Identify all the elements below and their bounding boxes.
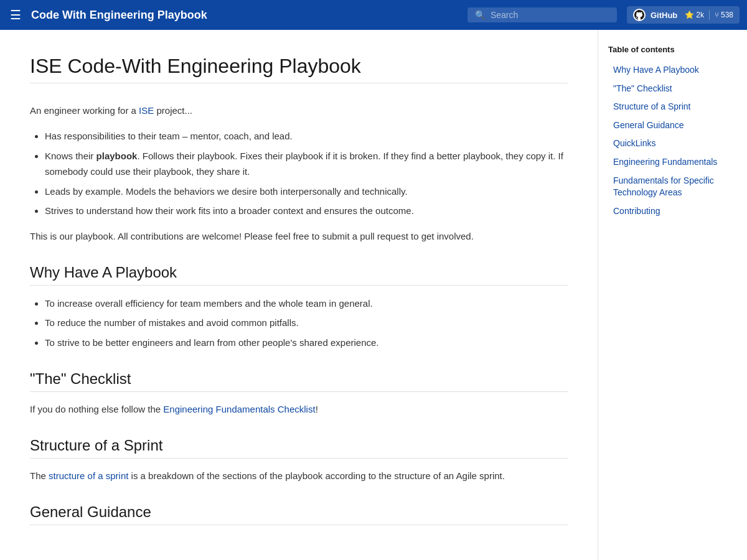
why-item-3: To strive to be better engineers and lea… xyxy=(45,335,568,351)
guidance-heading: General Guidance xyxy=(30,503,568,525)
hamburger-icon: ☰ xyxy=(10,7,21,22)
intro-paragraph: An engineer working for a ISE project... xyxy=(30,103,568,118)
github-logo-icon xyxy=(633,9,646,21)
intro-text-rest: project... xyxy=(154,105,192,116)
github-forks: ⑂ 538 xyxy=(715,11,733,19)
sprint-text-pre: The xyxy=(30,470,49,481)
menu-button[interactable]: ☰ xyxy=(7,5,24,25)
intro-list: Has responsibilities to their team – men… xyxy=(45,128,568,219)
why-list: To increase overall efficiency for team … xyxy=(45,296,568,351)
sprint-text-post: is a breakdown of the sections of the pl… xyxy=(128,470,505,481)
fork-count: 538 xyxy=(721,11,733,19)
github-stars: ⭐ 2k xyxy=(685,11,704,19)
sprint-link[interactable]: structure of a sprint xyxy=(49,470,128,481)
site-title[interactable]: Code With Engineering Playbook xyxy=(31,9,467,22)
github-divider xyxy=(709,10,710,20)
checklist-link[interactable]: Engineering Fundamentals Checklist xyxy=(163,404,315,414)
checklist-text-pre: If you do nothing else follow the xyxy=(30,404,163,414)
toc-title: Table of contents xyxy=(608,45,737,54)
bullet2-bold: playbook xyxy=(96,151,138,161)
sprint-paragraph: The structure of a sprint is a breakdown… xyxy=(30,469,568,483)
toc-link-0[interactable]: Why Have A Playbook xyxy=(608,62,737,79)
toc-link-3[interactable]: General Guidance xyxy=(608,117,737,134)
star-icon: ⭐ xyxy=(685,11,694,19)
list-item-3: Leads by example. Models the behaviors w… xyxy=(45,184,568,200)
ise-link[interactable]: ISE xyxy=(139,105,154,116)
main-content: ISE Code-With Engineering Playbook An en… xyxy=(0,30,598,560)
toc-item: "The" Checklist xyxy=(608,80,737,98)
star-count: 2k xyxy=(696,11,704,19)
sprint-heading: Structure of a Sprint xyxy=(30,437,568,459)
checklist-text-post: ! xyxy=(316,404,318,414)
fork-icon: ⑂ xyxy=(715,11,719,19)
toc-item: Engineering Fundamentals xyxy=(608,154,737,171)
toc-item: General Guidance xyxy=(608,117,737,134)
list-item-1: Has responsibilities to their team – men… xyxy=(45,128,568,144)
toc-link-5[interactable]: Engineering Fundamentals xyxy=(608,154,737,171)
page-wrapper: ISE Code-With Engineering Playbook An en… xyxy=(0,30,747,560)
list-item-2: Knows their playbook. Follows their play… xyxy=(45,148,568,180)
toc-list: Why Have A Playbook"The" ChecklistStruct… xyxy=(608,62,737,220)
github-label: GitHub xyxy=(651,11,677,20)
toc-link-7[interactable]: Contributing xyxy=(608,203,737,220)
page-title: ISE Code-With Engineering Playbook xyxy=(30,55,568,83)
search-icon: 🔍 xyxy=(475,10,486,20)
toc-item: QuickLinks xyxy=(608,135,737,152)
toc-item: Fundamentals for Specific Technology Are… xyxy=(608,172,737,202)
github-button[interactable]: GitHub ⭐ 2k ⑂ 538 xyxy=(627,6,740,24)
checklist-paragraph: If you do nothing else follow the Engine… xyxy=(30,402,568,417)
why-heading: Why Have A Playbook xyxy=(30,264,568,286)
closing-paragraph: This is our playbook. All contributions … xyxy=(30,229,568,244)
toc-link-1[interactable]: "The" Checklist xyxy=(608,80,737,98)
checklist-heading: "The" Checklist xyxy=(30,370,568,392)
toc-item: Why Have A Playbook xyxy=(608,62,737,79)
bullet2-pre: Knows their xyxy=(45,151,96,161)
intro-text-pre: An engineer working for a xyxy=(30,105,139,116)
toc-link-2[interactable]: Structure of a Sprint xyxy=(608,98,737,116)
list-item-4: Strives to understand how their work fit… xyxy=(45,203,568,219)
why-item-1: To increase overall efficiency for team … xyxy=(45,296,568,312)
toc-link-4[interactable]: QuickLinks xyxy=(608,135,737,152)
why-item-2: To reduce the number of mistakes and avo… xyxy=(45,315,568,331)
search-box: 🔍 xyxy=(467,7,617,22)
toc-item: Contributing xyxy=(608,203,737,220)
toc-link-6[interactable]: Fundamentals for Specific Technology Are… xyxy=(608,172,737,202)
site-header: ☰ Code With Engineering Playbook 🔍 GitHu… xyxy=(0,0,747,30)
search-input[interactable] xyxy=(491,10,609,20)
toc-item: Structure of a Sprint xyxy=(608,98,737,116)
toc-sidebar: Table of contents Why Have A Playbook"Th… xyxy=(598,30,747,560)
